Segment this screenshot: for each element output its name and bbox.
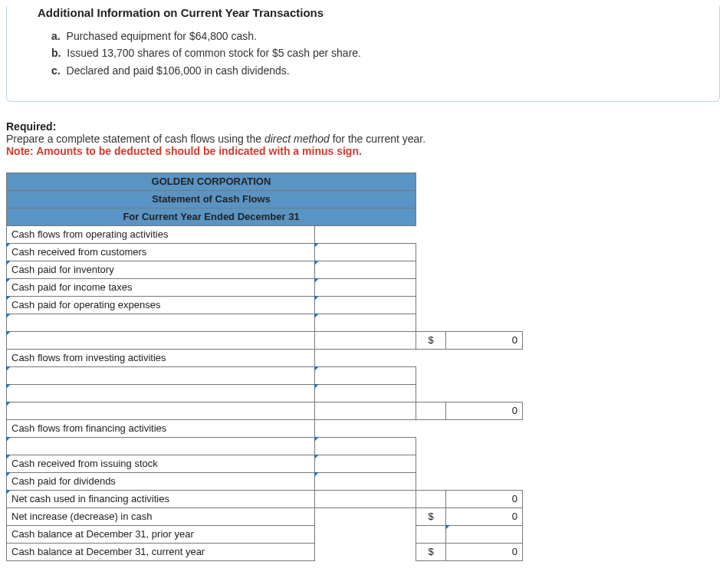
input-inv-1[interactable] [315,366,416,384]
curr-sym: $ [416,543,446,560]
dropdown-icon [6,366,11,371]
input-fin-2[interactable] [315,472,416,490]
info-title: Additional Information on Current Year T… [38,6,696,19]
dropdown-icon [6,402,11,406]
statement-table-wrap: GOLDEN CORPORATION Statement of Cash Flo… [6,172,726,561]
input-fin-3-left[interactable] [315,490,416,508]
row-op-blank-1[interactable] [7,314,315,331]
inv-subtotal-sym [416,402,446,419]
dropdown-icon [314,296,319,301]
net-change-val: 0 [446,508,523,525]
row-fin-dividends[interactable]: Cash paid for dividends [7,472,315,490]
info-item-b: b. Issued 13,700 shares of common stock … [51,45,696,61]
dropdown-icon [314,243,319,248]
input-op-4[interactable] [315,296,416,314]
input-op-subtotal-left[interactable] [315,331,416,349]
required-label: Required: [6,120,726,133]
info-item-a: a. Purchased equipment for $64,800 cash. [51,28,696,44]
dropdown-icon [6,296,11,301]
dropdown-icon [6,472,11,477]
row-inv-blank-2[interactable] [7,384,315,402]
row-op-paid-expenses[interactable]: Cash paid for operating expenses [7,296,315,314]
dropdown-icon [6,331,11,336]
row-prior-balance[interactable]: Cash balance at December 31, prior year [7,525,315,543]
dropdown-icon [6,314,11,318]
stmt-header-period: For Current Year Ended December 31 [7,208,416,225]
stmt-header-company: GOLDEN CORPORATION [7,172,416,190]
required-text: Prepare a complete statement of cash flo… [6,133,726,145]
dropdown-icon [6,243,11,248]
info-text: Declared and paid $106,000 in cash divid… [67,64,290,77]
required-note: Note: Amounts to be deducted should be i… [6,145,726,157]
required-text-pre: Prepare a complete statement of cash flo… [6,133,264,145]
row-inv-subtotal[interactable] [7,402,315,419]
input-op-2[interactable] [315,261,416,278]
dropdown-icon [314,437,319,442]
dropdown-icon [6,384,11,389]
net-change-sym: $ [416,508,446,525]
dropdown-icon [314,366,319,371]
dropdown-icon [314,261,319,265]
dropdown-icon [6,455,11,459]
info-text: Issued 13,700 shares of common stock for… [67,47,361,59]
info-item-c: c. Declared and paid $106,000 in cash di… [51,63,696,78]
inv-subtotal-val: 0 [446,402,523,419]
row-fin-net-used[interactable]: Net cash used in financing activities [7,490,315,508]
dropdown-icon [6,490,11,494]
fin-3-sym [416,490,446,508]
input-op-3[interactable] [315,278,416,296]
additional-info-box: Additional Information on Current Year T… [6,6,720,102]
dropdown-icon [314,384,319,389]
dropdown-icon [6,261,11,265]
info-list: a. Purchased equipment for $64,800 cash.… [51,28,696,78]
dropdown-icon [314,472,319,477]
row-op-subtotal[interactable] [7,331,315,349]
row-op-paid-inventory[interactable]: Cash paid for inventory [7,261,315,278]
statement-table: GOLDEN CORPORATION Statement of Cash Flo… [6,172,523,561]
stmt-header-title: Statement of Cash Flows [7,190,416,208]
required-text-em: direct method [264,133,330,145]
prior-sym [416,525,446,543]
row-op-paid-taxes[interactable]: Cash paid for income taxes [7,278,315,296]
input-inv-2[interactable] [315,384,416,402]
row-fin-blank-1[interactable] [7,437,315,455]
row-net-change[interactable]: Net increase (decrease) in cash [7,508,315,525]
dropdown-icon [314,278,319,283]
curr-val: 0 [446,543,523,560]
info-marker: a. [51,30,61,42]
row-fin-head[interactable]: Cash flows from financing activities [7,419,315,437]
dropdown-icon [6,278,11,283]
input-op-blank-1[interactable] [315,314,416,331]
dropdown-icon [445,525,450,530]
input-prior[interactable] [446,525,523,543]
op-subtotal-sym: $ [416,331,446,349]
row-fin-issuing-stock[interactable]: Cash received from issuing stock [7,455,315,472]
row-inv-blank-1[interactable] [7,366,315,384]
input-fin-1[interactable] [315,455,416,472]
info-marker: b. [51,47,61,59]
dropdown-icon [6,437,11,442]
row-op-cash-received[interactable]: Cash received from customers [7,243,315,261]
info-text: Purchased equipment for $64,800 cash. [67,30,257,42]
dropdown-icon [314,314,319,318]
input-fin-blank-1[interactable] [315,437,416,455]
op-subtotal-val: 0 [446,331,523,349]
row-current-balance[interactable]: Cash balance at December 31, current yea… [7,543,315,560]
required-block: Required: Prepare a complete statement o… [6,120,726,157]
row-inv-head[interactable]: Cash flows from investing activities [7,349,315,366]
input-inv-subtotal-left[interactable] [315,402,416,419]
fin-3-val: 0 [446,490,523,508]
row-op-head[interactable]: Cash flows from operating activities [7,225,315,243]
info-marker: c. [51,64,61,77]
required-text-post: for the current year. [330,133,425,145]
dropdown-icon [314,455,319,459]
input-op-1[interactable] [315,243,416,261]
